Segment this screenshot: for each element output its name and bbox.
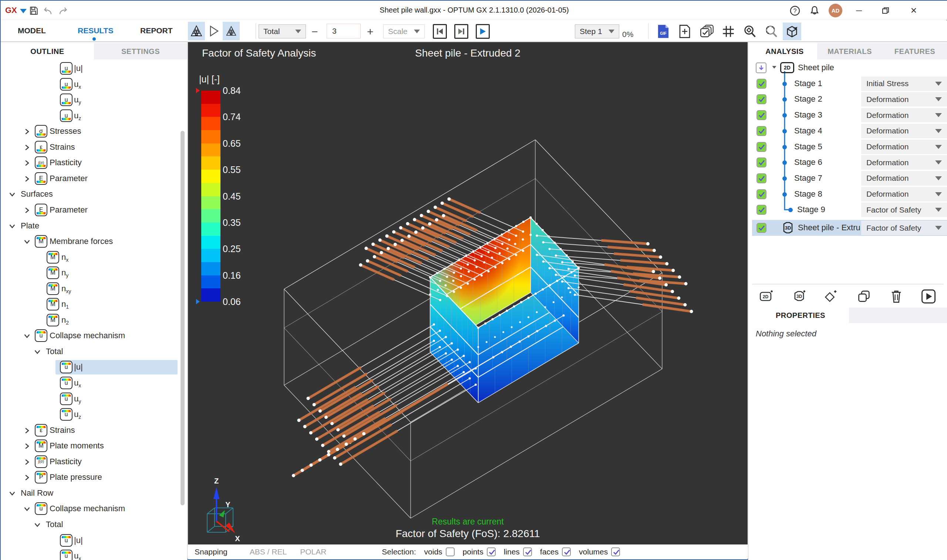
- help-button[interactable]: ?: [789, 5, 801, 17]
- chevron-down-icon[interactable]: [34, 522, 41, 528]
- stage-root-row[interactable]: 2DSheet pile: [752, 60, 947, 76]
- copy-views-button[interactable]: [698, 23, 716, 40]
- grid-toggle-button[interactable]: [719, 23, 737, 40]
- add-2d-analysis-button[interactable]: 2D: [759, 288, 776, 305]
- collapse-all-button[interactable]: [756, 63, 767, 73]
- tree-item-uz[interactable]: uuz: [1, 406, 188, 423]
- selection-filter-lines[interactable]: lines: [504, 548, 532, 556]
- export-gif-button[interactable]: GIF: [654, 23, 672, 40]
- abs-rel-toggle[interactable]: ABS / REL: [250, 548, 287, 556]
- notifications-button[interactable]: [808, 5, 821, 17]
- minimize-button[interactable]: ─: [851, 5, 866, 17]
- stage-type-dropdown[interactable]: Factor of Safety: [861, 221, 947, 235]
- tree-item-total[interactable]: Total: [1, 344, 188, 360]
- stage-checkbox[interactable]: [756, 205, 767, 215]
- stage-checkbox[interactable]: [756, 126, 767, 136]
- play-button[interactable]: [476, 24, 490, 39]
- tab-properties[interactable]: PROPERTIES: [752, 308, 849, 323]
- tree-item-uz[interactable]: uuz: [1, 108, 188, 124]
- tree-item-plate[interactable]: Plate: [1, 218, 188, 234]
- chevron-down-icon[interactable]: [24, 333, 30, 339]
- tab-analysis[interactable]: ANALYSIS: [752, 43, 817, 60]
- delete-button[interactable]: [888, 288, 905, 305]
- stage-row-9[interactable]: Stage 9Factor of Safety: [752, 202, 947, 218]
- stage-row-4[interactable]: Stage 4Deformation: [752, 123, 947, 139]
- tree-item-u[interactable]: u|u|: [1, 359, 188, 375]
- tree-item-u[interactable]: u|u|: [1, 61, 188, 77]
- view-3d-button[interactable]: [783, 23, 801, 40]
- chevron-down-icon[interactable]: [9, 223, 15, 229]
- polar-toggle[interactable]: POLAR: [300, 548, 326, 556]
- tree-item-u[interactable]: u|u|: [1, 533, 188, 549]
- add-point-button[interactable]: [823, 288, 840, 305]
- zoom-window-button[interactable]: [762, 23, 780, 40]
- stage-checkbox[interactable]: [756, 157, 767, 168]
- stage-type-dropdown[interactable]: Deformation: [861, 155, 947, 170]
- selection-filter-points[interactable]: points: [463, 548, 496, 556]
- stage-type-dropdown[interactable]: Factor of Safety: [861, 203, 947, 217]
- element-set-dropdown[interactable]: Total: [259, 25, 306, 38]
- chevron-right-icon[interactable]: [24, 207, 30, 214]
- tree-item-collapsemechanism[interactable]: uCollapse mechanism: [1, 501, 188, 517]
- decrease-button[interactable]: −: [312, 26, 318, 38]
- tree-item-plasticity[interactable]: ∫(σ)Plasticity: [1, 155, 188, 171]
- tree-item-ux[interactable]: uux: [1, 77, 188, 92]
- stage-row-6[interactable]: Stage 6Deformation: [752, 154, 947, 171]
- show-undeformed-button[interactable]: [205, 22, 222, 40]
- refinement-input[interactable]: 3: [327, 24, 361, 38]
- tree-item-uy[interactable]: uuy: [1, 391, 188, 407]
- stage-row-7[interactable]: Stage 7Deformation: [752, 171, 947, 186]
- chevron-down-icon[interactable]: [771, 64, 777, 72]
- selection-filter-voids[interactable]: voids: [424, 548, 455, 556]
- snapping-toggle[interactable]: Snapping: [194, 548, 228, 556]
- scale-dropdown[interactable]: Scale: [383, 25, 425, 38]
- chevron-right-icon[interactable]: [24, 175, 30, 182]
- add-3d-analysis-button[interactable]: 3D: [791, 288, 808, 305]
- stage-row-8[interactable]: Stage 8Deformation: [752, 186, 947, 202]
- tree-item-ux[interactable]: uux: [1, 375, 188, 391]
- stage-row-2[interactable]: Stage 2Deformation: [752, 91, 947, 107]
- checkbox-voids[interactable]: [446, 548, 455, 556]
- tree-item-stresses[interactable]: σStresses: [1, 123, 188, 139]
- chevron-down-icon[interactable]: [34, 349, 41, 355]
- chevron-right-icon[interactable]: [24, 443, 30, 449]
- stage-checkbox[interactable]: [756, 223, 767, 233]
- tree-item-platepressure[interactable]: PPlate pressure: [1, 469, 188, 485]
- increase-button[interactable]: +: [367, 26, 373, 38]
- skip-to-start-button[interactable]: [433, 24, 447, 39]
- tree-item-plasticity[interactable]: ∫(σ)Plasticity: [1, 454, 188, 470]
- stage-checkbox[interactable]: [756, 142, 767, 152]
- tree-item-n2[interactable]: Mn2: [1, 312, 188, 328]
- tree-item-nailrow[interactable]: Nail Row: [1, 485, 188, 501]
- tree-item-surfaces[interactable]: Surfaces: [1, 186, 188, 202]
- tab-model[interactable]: MODEL: [18, 26, 46, 35]
- chevron-down-icon[interactable]: [24, 238, 30, 245]
- stage-checkbox[interactable]: [756, 110, 767, 120]
- checkbox-lines[interactable]: [523, 548, 532, 556]
- chevron-down-icon[interactable]: [24, 506, 30, 512]
- tab-outline[interactable]: OUTLINE: [1, 43, 94, 60]
- tree-item-strains[interactable]: εStrains: [1, 139, 188, 155]
- tree-item-nxy[interactable]: Mnxy: [1, 281, 188, 297]
- stage-type-dropdown[interactable]: Deformation: [861, 187, 947, 202]
- tab-materials[interactable]: MATERIALS: [817, 43, 882, 60]
- chevron-right-icon[interactable]: [24, 474, 30, 481]
- stage-checkbox[interactable]: [756, 94, 767, 104]
- checkbox-volumes[interactable]: [611, 548, 620, 556]
- step-dropdown[interactable]: Step 1: [575, 25, 619, 38]
- chevron-right-icon[interactable]: [24, 160, 30, 166]
- tab-report[interactable]: REPORT: [140, 26, 173, 35]
- stage-type-dropdown[interactable]: Deformation: [861, 171, 947, 186]
- tree-item-strains[interactable]: εStrains: [1, 423, 188, 438]
- stage-row-3[interactable]: Stage 3Deformation: [752, 107, 947, 123]
- chevron-right-icon[interactable]: [24, 128, 30, 135]
- tab-settings[interactable]: SETTINGS: [94, 43, 187, 60]
- skip-to-end-button[interactable]: [454, 24, 468, 39]
- tree-item-membraneforces[interactable]: MMembrane forces: [1, 234, 188, 249]
- stage-type-dropdown[interactable]: Deformation: [861, 108, 947, 122]
- show-deformed-mesh-button[interactable]: [223, 22, 240, 40]
- tree-item-ux[interactable]: uux: [1, 548, 188, 560]
- selection-filter-volumes[interactable]: volumes: [579, 548, 620, 556]
- new-view-button[interactable]: [676, 23, 694, 40]
- user-avatar[interactable]: AD: [828, 4, 842, 17]
